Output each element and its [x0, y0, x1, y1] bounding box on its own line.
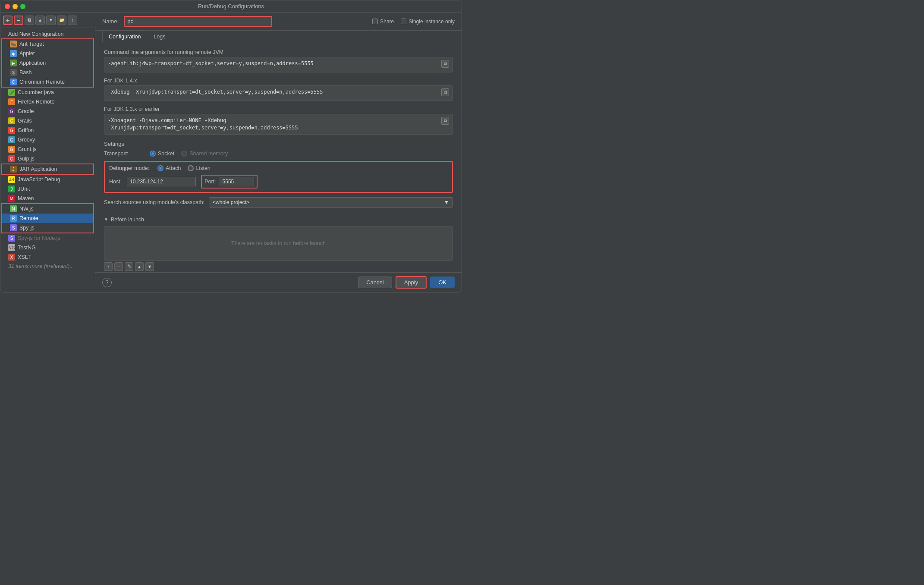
single-instance-checkbox[interactable]: [401, 19, 406, 24]
name-input[interactable]: [125, 17, 271, 26]
sidebar-item-xslt[interactable]: X XSLT: [0, 252, 95, 262]
sidebar-item-gruntjs[interactable]: G Grunt.js: [0, 145, 95, 154]
sidebar-item-griffon[interactable]: G Griffon: [0, 126, 95, 135]
more-items-label: 31 items more (irrelevant)...: [8, 263, 74, 269]
maximize-button[interactable]: [20, 4, 25, 9]
sidebar-item-label: Grails: [18, 118, 32, 124]
tab-configuration[interactable]: Configuration: [102, 31, 147, 42]
applet-icon: ◆: [10, 50, 17, 57]
before-launch-up-button[interactable]: ▲: [135, 262, 144, 271]
attach-radio-dot[interactable]: [157, 165, 163, 171]
host-input[interactable]: [127, 177, 196, 186]
classpath-row: Search sources using module's classpath:…: [104, 197, 453, 208]
copy-jvm-button[interactable]: ⧉: [441, 60, 449, 68]
cmd-jdk13-box: -Xnoagent -Djava.compiler=NONE -Xdebug-X…: [104, 114, 453, 135]
sidebar-item-jar-application[interactable]: J JAR Application: [2, 164, 93, 174]
apply-button[interactable]: Apply: [396, 276, 427, 289]
sidebar-item-cucumber-java[interactable]: 🥒 Cucumber java: [0, 88, 95, 97]
listen-mode-option[interactable]: Listen: [188, 165, 210, 171]
help-button[interactable]: ?: [102, 278, 112, 287]
share-checkbox[interactable]: [372, 19, 378, 24]
copy-jdk13-button[interactable]: ⧉: [441, 117, 449, 125]
sidebar-item-gulpjs[interactable]: G Gulp.js: [0, 154, 95, 164]
before-launch-empty-area: There are no tasks to run before launch: [104, 226, 453, 261]
sidebar-item-testng[interactable]: NG TestNG: [0, 243, 95, 252]
cmd-jdk13-value: -Xnoagent -Djava.compiler=NONE -Xdebug-X…: [108, 117, 440, 132]
transport-shared-memory-option[interactable]: Shared memory: [181, 151, 228, 157]
host-label: Host:: [109, 179, 122, 185]
tab-logs[interactable]: Logs: [147, 31, 172, 42]
sidebar-item-application[interactable]: ▶ Application: [2, 58, 93, 68]
transport-row: Transport: Socket Shared memory: [104, 151, 453, 157]
host-port-row: Host: Port:: [109, 175, 448, 189]
sidebar-item-remote[interactable]: R Remote: [2, 214, 93, 223]
sidebar-item-chromium-remote[interactable]: C Chromium Remote: [2, 77, 93, 87]
nwjs-icon: N: [10, 205, 17, 212]
left-panel: + − ⧉ ▲ ▼ 📁 ↕ Add New Configuration 🐜 An…: [0, 13, 95, 292]
xslt-icon: X: [8, 254, 15, 261]
tree-section-add-new[interactable]: Add New Configuration: [0, 30, 95, 38]
sort-button[interactable]: ↕: [68, 16, 77, 25]
minimize-button[interactable]: [13, 4, 18, 9]
before-launch-down-button[interactable]: ▼: [145, 262, 154, 271]
jar-highlight-group: J JAR Application: [1, 164, 94, 175]
close-button[interactable]: [5, 4, 10, 9]
gradle-icon: G: [8, 108, 15, 115]
sidebar-item-nwjs[interactable]: N NW.js: [2, 204, 93, 214]
before-launch-section: ▼ Before launch There are no tasks to ru…: [104, 217, 453, 271]
share-checkbox-item[interactable]: Share: [372, 19, 394, 25]
sidebar-item-label: NW.js: [19, 206, 34, 212]
jsdebug-icon: JS: [8, 176, 15, 183]
griffon-icon: G: [8, 127, 15, 134]
debugger-mode-row: Debugger mode: Attach Listen: [109, 165, 448, 171]
gulpjs-icon: G: [8, 155, 15, 162]
port-input[interactable]: [220, 177, 254, 186]
ok-button[interactable]: OK: [430, 277, 455, 288]
before-launch-add-button[interactable]: +: [104, 262, 113, 271]
cancel-button[interactable]: Cancel: [358, 277, 392, 288]
attach-mode-option[interactable]: Attach: [157, 165, 181, 171]
sidebar-item-gradle[interactable]: G Gradle: [0, 107, 95, 116]
window-title: Run/Debug Configurations: [198, 3, 264, 9]
single-instance-checkbox-item[interactable]: Single instance only: [401, 19, 455, 25]
traffic-lights: [5, 4, 25, 9]
sidebar-item-bash[interactable]: $ Bash: [2, 68, 93, 77]
before-launch-edit-button[interactable]: ✎: [125, 262, 133, 271]
classpath-select[interactable]: <whole project> ▼: [209, 197, 453, 208]
sidebar-item-spy-js-nodejs[interactable]: S Spy-js for Node.js: [0, 233, 95, 243]
attach-label: Attach: [166, 165, 181, 171]
sidebar-item-firefox-remote[interactable]: F Firefox Remote: [0, 97, 95, 107]
ant-target-icon: 🐜: [10, 41, 17, 47]
sidebar-item-label: Ant Target: [19, 41, 44, 47]
sidebar-item-maven[interactable]: M Maven: [0, 194, 95, 203]
shared-memory-radio-dot[interactable]: [181, 151, 187, 157]
sidebar-item-groovy[interactable]: G Groovy: [0, 135, 95, 145]
sidebar-item-grails[interactable]: G Grails: [0, 116, 95, 126]
sidebar-item-javascript-debug[interactable]: JS JavaScript Debug: [0, 175, 95, 184]
sidebar-item-applet[interactable]: ◆ Applet: [2, 49, 93, 58]
remove-configuration-button[interactable]: −: [14, 16, 23, 25]
cmd-jvm-section: Command line arguments for running remot…: [104, 49, 453, 72]
move-up-button[interactable]: ▲: [35, 16, 45, 25]
sidebar-item-spy-js[interactable]: S Spy-js: [2, 223, 93, 233]
sidebar-item-label: Gulp.js: [18, 156, 35, 162]
sidebar-item-junit[interactable]: J JUnit: [0, 184, 95, 194]
before-launch-remove-button[interactable]: −: [114, 262, 123, 271]
bash-icon: $: [10, 69, 17, 76]
folder-button[interactable]: 📁: [57, 16, 66, 25]
testng-icon: NG: [8, 244, 15, 251]
sidebar-item-ant-target[interactable]: 🐜 Ant Target: [2, 39, 93, 49]
listen-radio-dot[interactable]: [188, 165, 194, 171]
before-launch-header[interactable]: ▼ Before launch: [104, 217, 453, 223]
cmd-jvm-box: -agentlib:jdwp=transport=dt_socket,serve…: [104, 57, 453, 72]
sidebar-item-label: Griffon: [18, 127, 34, 133]
move-down-button[interactable]: ▼: [46, 16, 56, 25]
transport-socket-option[interactable]: Socket: [150, 151, 174, 157]
cmd-jdk14-label: For JDK 1.4.x: [104, 78, 453, 84]
copy-configuration-button[interactable]: ⧉: [25, 16, 34, 25]
socket-radio-dot[interactable]: [150, 151, 156, 157]
junit-icon: J: [8, 186, 15, 192]
copy-jdk14-button[interactable]: ⧉: [441, 88, 449, 96]
add-configuration-button[interactable]: +: [3, 16, 13, 25]
sidebar-item-more[interactable]: 31 items more (irrelevant)...: [0, 262, 95, 270]
